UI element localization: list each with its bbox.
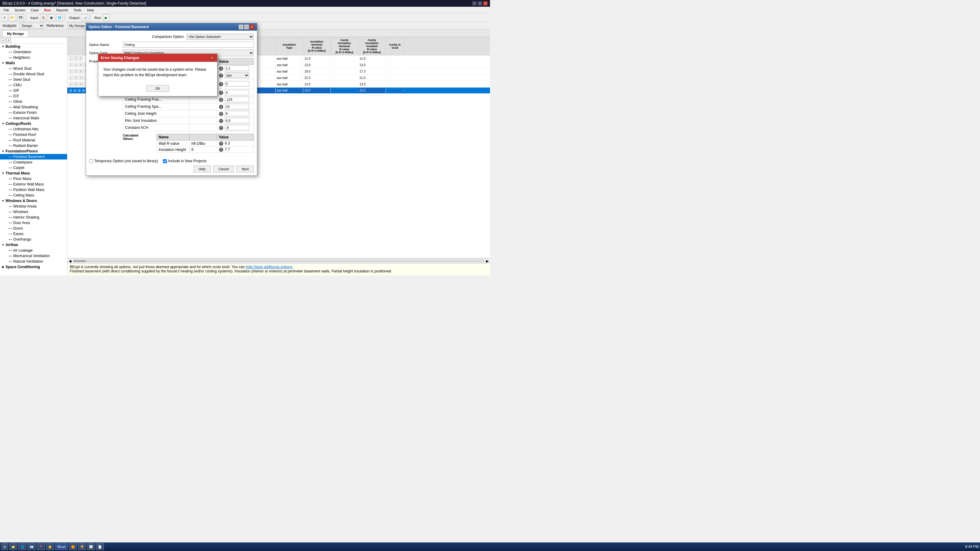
maximize-button[interactable]: □	[478, 1, 482, 5]
cancel-button[interactable]: Cancel	[213, 166, 234, 172]
scroll-right-btn[interactable]: ▶	[485, 259, 489, 263]
prop-input-3[interactable]	[225, 81, 249, 87]
dialog-minimize-btn[interactable]: ─	[239, 24, 243, 29]
menu-case[interactable]: Case	[29, 8, 41, 13]
option-name-input[interactable]	[123, 41, 254, 48]
info-icon-7[interactable]: ?	[219, 112, 223, 116]
tree-item-finished-roof[interactable]: — Finished Roof	[0, 132, 67, 137]
input-globe-btn[interactable]: 🌐	[56, 14, 63, 21]
tree-expand-btn[interactable]: +	[6, 38, 11, 43]
minimize-button[interactable]: ─	[472, 1, 477, 5]
tree-group-header-thermal-mass[interactable]: ▼ Thermal Mass	[0, 170, 67, 176]
tree-item-air-leakage[interactable]: — Air Leakage	[0, 248, 67, 253]
info-icon-8[interactable]: ?	[219, 119, 223, 123]
tree-item-cmu[interactable]: — CMU	[0, 83, 67, 88]
tree-item-ceiling-mass[interactable]: — Ceiling Mass	[0, 192, 67, 198]
scroll-left-btn[interactable]: ◀	[68, 259, 72, 263]
tree-item-eaves[interactable]: — Eaves	[0, 231, 67, 237]
tree-item-sip[interactable]: — SIP	[0, 88, 67, 94]
tree-group-header-building[interactable]: ▼ Building	[0, 44, 67, 49]
help-button[interactable]: Help	[194, 166, 211, 172]
tree-item-exterior-finish[interactable]: — Exterior Finish	[0, 110, 67, 115]
error-close-btn[interactable]: ✕	[210, 56, 215, 60]
info-icon-1[interactable]: ?	[219, 67, 223, 71]
tree-item-doors[interactable]: — Doors	[0, 225, 67, 231]
tree-item-natural-ventilation[interactable]: — Natural Ventilation	[0, 259, 67, 264]
tree-item-windows[interactable]: — Windows	[0, 209, 67, 214]
close-button[interactable]: ✕	[483, 1, 488, 5]
prop-input-8[interactable]	[225, 118, 249, 123]
info-icon-9[interactable]: ?	[219, 126, 223, 130]
tree-item-exterior-wall-mass[interactable]: — Exterior Wall Mass	[0, 181, 67, 187]
analysis-select[interactable]: Design	[20, 23, 44, 29]
tree-item-floor-mass[interactable]: — Floor Mass	[0, 176, 67, 181]
tree-group-header-foundation[interactable]: ▼ Foundation/Floors	[0, 148, 67, 154]
next-button[interactable]: Next	[236, 166, 254, 172]
dialog-close-btn[interactable]: ✕	[250, 24, 255, 29]
input-grid-btn[interactable]: ▦	[48, 14, 55, 21]
include-in-new-checkbox[interactable]	[163, 159, 167, 163]
info-icon-6[interactable]: ?	[219, 105, 223, 109]
tree-item-interior-shading[interactable]: — Interior Shading	[0, 214, 67, 220]
menu-reports[interactable]: Reports	[54, 8, 71, 13]
menu-tools[interactable]: Tools	[71, 8, 84, 13]
temporary-option-checkbox[interactable]	[89, 159, 93, 163]
tree-item-interzonal-walls[interactable]: — Interzonal Walls	[0, 115, 67, 121]
info-icon-calc-1[interactable]: ?	[219, 141, 223, 146]
tree-item-finished-basement[interactable]: — Finished Basement	[0, 154, 67, 159]
tree-item-carpet[interactable]: — Carpet	[0, 165, 67, 170]
output-btn[interactable]: 📊	[81, 14, 88, 21]
tree-item-unfinished-attic[interactable]: — Unfinished Attic	[0, 126, 67, 132]
info-icon-4[interactable]: ?	[219, 91, 223, 95]
tree-item-overhangs[interactable]: — Overhangs	[0, 237, 67, 242]
include-in-new-label[interactable]: Include in New Projects	[163, 159, 207, 163]
hide-options-link[interactable]: hide these additional options	[246, 265, 292, 269]
prop-select-2[interactable]: xpsepspolyiso	[225, 73, 249, 78]
tree-item-neighbors[interactable]: — Neighbors	[0, 55, 67, 60]
menu-run[interactable]: Run	[41, 8, 53, 13]
tree-item-steel-stud[interactable]: — Steel Stud	[0, 77, 67, 83]
tab-mydesign[interactable]: My Design	[2, 30, 29, 37]
tree-item-other[interactable]: — Other	[0, 99, 67, 105]
new-button[interactable]: 🗋	[1, 14, 8, 21]
prop-input-9[interactable]	[225, 125, 249, 130]
menu-screen[interactable]: Screen	[12, 8, 28, 13]
info-icon-2[interactable]: ?	[219, 73, 223, 78]
tree-item-roof-material[interactable]: — Roof Material	[0, 137, 67, 143]
ok-button[interactable]: OK	[146, 85, 169, 92]
tree-item-icf[interactable]: — ICF	[0, 94, 67, 99]
input-home-btn[interactable]: 🏠	[40, 14, 47, 21]
tree-group-header-airflow[interactable]: ▼ Airflow	[0, 242, 67, 248]
prop-input-4[interactable]	[225, 90, 249, 95]
save-button[interactable]: 💾	[17, 14, 24, 21]
menu-help[interactable]: Help	[84, 8, 97, 13]
tree-item-orientation[interactable]: — Orientation	[0, 49, 67, 55]
prop-input-5[interactable]	[225, 97, 249, 102]
tree-item-partition-wall-mass[interactable]: — Partition Wall Mass	[0, 187, 67, 192]
prop-input-1[interactable]	[225, 65, 249, 71]
tree-group-header-ceilings[interactable]: ▼ Ceilings/Roofs	[0, 121, 67, 126]
temporary-option-label[interactable]: Temporary Option (not saved to library)	[89, 159, 158, 163]
tree-item-wood-stud[interactable]: — Wood Stud	[0, 66, 67, 71]
tree-item-double-wood-stud[interactable]: — Double Wood Stud	[0, 71, 67, 77]
tree-collapse-btn[interactable]: ─	[1, 38, 5, 43]
dialog-maximize-btn[interactable]: □	[244, 24, 249, 29]
info-icon-3[interactable]: ?	[219, 82, 223, 86]
tree-group-header-windows-doors[interactable]: ▼ Windows & Doors	[0, 198, 67, 203]
tree-item-wall-sheathing[interactable]: — Wall Sheathing	[0, 105, 67, 110]
tree-group-header-space-conditioning[interactable]: ▶ Space Conditioning	[0, 264, 67, 270]
info-icon-calc-2[interactable]: ?	[219, 148, 223, 152]
prop-input-6[interactable]	[225, 104, 249, 109]
tree-item-crawlspace[interactable]: — Crawlspace	[0, 159, 67, 165]
tree-item-mechanical-ventilation[interactable]: — Mechanical Ventilation	[0, 253, 67, 259]
menu-file[interactable]: File	[1, 8, 12, 13]
comparison-select[interactable]: <No Option Selected>	[186, 34, 254, 40]
run-btn[interactable]: ▶	[103, 14, 110, 21]
info-icon-5[interactable]: ?	[219, 98, 223, 102]
open-button[interactable]: 📂	[9, 14, 16, 21]
tree-item-radiant-barrier[interactable]: — Radiant Barrier	[0, 143, 67, 148]
tree-group-header-walls[interactable]: ▼ Walls	[0, 60, 67, 66]
tree-item-window-areas[interactable]: — Window Areas	[0, 203, 67, 209]
tree-item-door-area[interactable]: — Door Area	[0, 220, 67, 225]
prop-input-7[interactable]	[225, 111, 249, 116]
